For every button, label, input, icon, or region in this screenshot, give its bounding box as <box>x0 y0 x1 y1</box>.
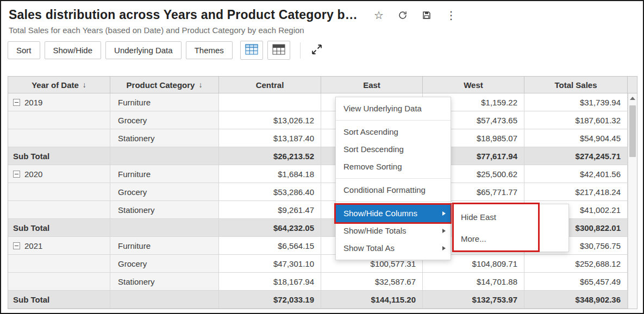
value-cell-central[interactable] <box>219 93 321 111</box>
value-cell-central[interactable]: $26,213.52 <box>219 147 321 165</box>
menu-item-sort-descending[interactable]: Sort Descending <box>336 141 451 158</box>
value-cell-total[interactable]: $348,902.36 <box>524 291 628 309</box>
menu-item-remove-sorting[interactable]: Remove Sorting <box>336 158 451 175</box>
value-cell-central[interactable]: $13,187.40 <box>219 129 321 147</box>
maximize-button[interactable] <box>310 43 323 58</box>
header-filler <box>628 77 637 93</box>
category-cell[interactable]: Furniture <box>110 237 219 255</box>
menu-item-show-hide-totals[interactable]: Show/Hide Totals <box>336 222 451 240</box>
themes-button[interactable]: Themes <box>186 41 233 59</box>
value-cell-west[interactable]: $14,701.88 <box>423 273 524 291</box>
year-cell[interactable]: 2021 <box>8 237 110 255</box>
year-cell[interactable] <box>8 111 110 129</box>
sort-desc-icon[interactable]: ↓ <box>198 80 202 89</box>
table-row: 2019 Furniture $1,159.22 $31,739.94 <box>8 93 637 111</box>
value-cell-central[interactable]: $64,232.05 <box>219 219 321 237</box>
more-options-kebab-icon[interactable]: ⋮ <box>446 10 457 21</box>
category-cell[interactable]: Grocery <box>110 111 219 129</box>
column-label: Product Category <box>127 80 195 90</box>
menu-item-conditional-formatting[interactable]: Conditional Formatting <box>336 181 451 199</box>
column-header-east[interactable]: East <box>321 77 423 93</box>
underlying-data-button[interactable]: Underlying Data <box>105 41 182 59</box>
subtotal-label-cell[interactable]: Sub Total <box>8 147 110 165</box>
scroll-up-button[interactable] <box>628 93 637 103</box>
favorite-star-icon[interactable]: ☆ <box>374 10 384 21</box>
category-cell[interactable] <box>110 219 219 237</box>
value-cell-central[interactable]: $72,033.19 <box>219 291 321 309</box>
category-cell[interactable]: Grocery <box>110 183 219 201</box>
pivot-view-button[interactable] <box>267 41 290 60</box>
menu-item-show-total-as[interactable]: Show Total As <box>336 240 451 257</box>
category-cell[interactable] <box>110 147 219 165</box>
subtotal-label-cell[interactable]: Sub Total <box>8 291 110 309</box>
submenu-item-hide-east[interactable]: Hide East <box>452 206 568 228</box>
category-cell[interactable] <box>110 291 219 309</box>
column-header-west[interactable]: West <box>423 77 524 93</box>
category-cell[interactable]: Grocery <box>110 255 219 273</box>
value-cell-west[interactable]: $132,753.97 <box>423 291 524 309</box>
subtotal-label-cell[interactable]: Sub Total <box>8 219 110 237</box>
vertical-scrollbar[interactable] <box>628 93 637 309</box>
collapse-icon[interactable] <box>13 242 20 249</box>
save-icon[interactable] <box>422 10 432 20</box>
menu-separator <box>336 178 451 179</box>
value-cell-central[interactable]: $47,301.10 <box>219 255 321 273</box>
sort-desc-icon[interactable]: ↓ <box>83 80 86 89</box>
subtotal-row: Sub Total $26,213.52 $77,617.94 $274,245… <box>8 147 637 165</box>
value-cell-central[interactable]: $13,026.12 <box>219 111 321 129</box>
table-row: Grocery $47,301.10 $100,577.31 $104,809.… <box>8 255 637 273</box>
year-label: 2019 <box>24 98 42 107</box>
value-cell-central[interactable]: $18,167.94 <box>219 273 321 291</box>
sort-button[interactable]: Sort <box>8 41 40 59</box>
collapse-icon[interactable] <box>13 171 20 178</box>
menu-item-sort-ascending[interactable]: Sort Ascending <box>336 123 451 141</box>
category-cell[interactable]: Stationery <box>110 129 219 147</box>
menu-item-show-hide-columns[interactable]: Show/Hide Columns <box>336 205 451 222</box>
category-cell[interactable]: Furniture <box>110 93 219 111</box>
year-cell[interactable]: 2020 <box>8 165 110 183</box>
column-header-product-category[interactable]: Product Category ↓ <box>110 77 219 93</box>
year-label: 2021 <box>24 241 42 250</box>
value-cell-central[interactable]: $1,684.18 <box>219 165 321 183</box>
scroll-up-arrow-icon <box>630 97 635 100</box>
category-cell[interactable]: Stationery <box>110 201 219 219</box>
year-cell[interactable] <box>8 273 110 291</box>
column-header-year-of-date[interactable]: Year of Date ↓ <box>8 77 110 93</box>
menu-item-label: Show/Hide Totals <box>343 226 407 235</box>
value-cell-east[interactable]: $32,587.67 <box>321 273 423 291</box>
maximize-icon <box>310 43 323 58</box>
collapse-icon[interactable] <box>13 99 20 106</box>
year-cell[interactable] <box>8 129 110 147</box>
value-cell-total[interactable]: $42,401.56 <box>524 165 628 183</box>
column-header-total-sales[interactable]: Total Sales <box>524 77 628 93</box>
table-row: 2020 Furniture $1,684.18 $25,500.62 $42,… <box>8 165 637 183</box>
year-cell[interactable]: 2019 <box>8 93 110 111</box>
value-cell-central[interactable]: $6,564.15 <box>219 237 321 255</box>
column-header-central[interactable]: Central <box>219 77 321 93</box>
refresh-icon[interactable] <box>398 10 408 20</box>
menu-item-view-underlying-data[interactable]: View Underlying Data <box>336 100 451 117</box>
submenu-item-more[interactable]: More... <box>452 228 568 250</box>
show-hide-columns-submenu: Hide East More... <box>452 204 569 252</box>
submenu-arrow-icon <box>442 246 446 250</box>
context-menu: View Underlying Data Sort Ascending Sort… <box>335 97 451 260</box>
category-cell[interactable]: Furniture <box>110 165 219 183</box>
year-cell[interactable] <box>8 201 110 219</box>
table-view-button[interactable] <box>240 41 263 60</box>
value-cell-total[interactable]: $252,688.12 <box>524 255 628 273</box>
value-cell-east[interactable]: $144,115.20 <box>321 291 423 309</box>
value-cell-total[interactable]: $31,739.94 <box>524 93 628 111</box>
category-cell[interactable]: Stationery <box>110 273 219 291</box>
value-cell-total[interactable]: $187,601.32 <box>524 111 628 129</box>
scrollbar-thumb[interactable] <box>629 105 636 157</box>
year-cell[interactable] <box>8 255 110 273</box>
value-cell-total[interactable]: $217,418.24 <box>524 183 628 201</box>
value-cell-total[interactable]: $65,457.49 <box>524 273 628 291</box>
value-cell-total[interactable]: $54,904.45 <box>524 129 628 147</box>
year-cell[interactable] <box>8 183 110 201</box>
subtotal-row: Sub Total $72,033.19 $144,115.20 $132,75… <box>8 291 637 309</box>
value-cell-central[interactable]: $9,261.47 <box>219 201 321 219</box>
value-cell-central[interactable]: $53,286.40 <box>219 183 321 201</box>
value-cell-total[interactable]: $274,245.71 <box>524 147 628 165</box>
show-hide-button[interactable]: Show/Hide <box>45 41 102 59</box>
